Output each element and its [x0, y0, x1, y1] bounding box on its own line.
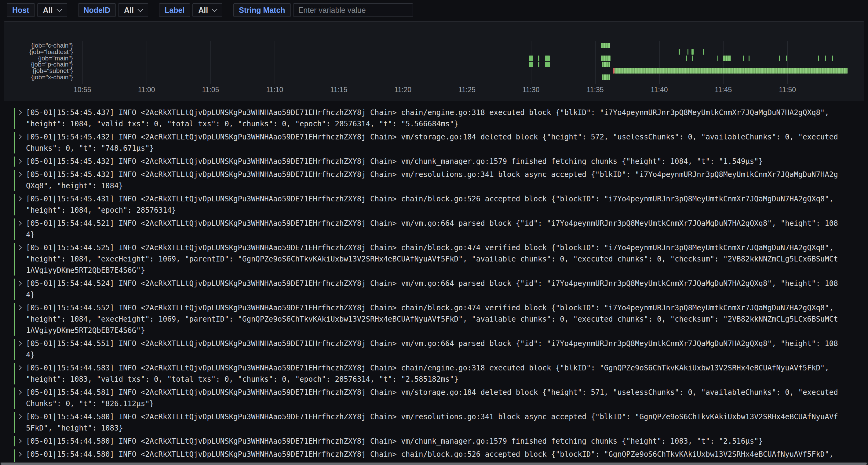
expand-chevron-icon[interactable] [17, 366, 22, 370]
volume-segment [723, 56, 731, 61]
expand-chevron-icon[interactable] [17, 281, 22, 286]
log-row[interactable]: [05-01|15:54:45.432] INFO <2AcRkXTLLtQjv… [14, 168, 859, 193]
log-message: [05-01|15:54:44.583] INFO <2AcRkXTLLtQjv… [26, 363, 839, 385]
x-gridline [275, 41, 275, 84]
expand-chevron-icon[interactable] [17, 414, 22, 419]
x-tick-label: 11:25 [459, 86, 475, 94]
volume-segment [818, 56, 819, 61]
variable-host: Host All [7, 3, 67, 17]
log-row[interactable]: [05-01|15:54:44.552] INFO <2AcRkXTLLtQjv… [14, 301, 859, 337]
log-list: [05-01|15:54:45.437] INFO <2AcRkXTLLtQjv… [0, 101, 868, 465]
chevron-down-icon [212, 6, 217, 12]
expand-chevron-icon[interactable] [17, 341, 22, 346]
variable-nodeid-label[interactable]: NodeID [78, 3, 116, 17]
log-row[interactable]: [05-01|15:54:45.432] INFO <2AcRkXTLLtQjv… [14, 155, 859, 168]
log-row[interactable]: [05-01|15:54:45.432] INFO <2AcRkXTLLtQjv… [14, 131, 859, 155]
variable-nodeid-select[interactable]: All [118, 3, 148, 17]
volume-segment [749, 56, 749, 61]
x-tick-label: 11:15 [330, 86, 347, 94]
scrollbar-thumb[interactable] [1, 463, 867, 465]
volume-segment [692, 56, 693, 61]
log-level-indicator [14, 388, 15, 409]
expand-chevron-icon[interactable] [17, 135, 22, 139]
x-tick-label: 11:05 [202, 86, 219, 94]
volume-segment [538, 56, 539, 61]
log-message: [05-01|15:54:44.580] INFO <2AcRkXTLLtQjv… [26, 411, 839, 434]
x-tick-label: 11:00 [138, 86, 155, 94]
expand-chevron-icon[interactable] [17, 245, 22, 250]
log-level-indicator [14, 436, 15, 446]
volume-segment [545, 62, 550, 67]
variable-label-value: All [198, 6, 208, 14]
log-message: [05-01|15:54:44.524] INFO <2AcRkXTLLtQjv… [26, 278, 839, 301]
variable-label-label[interactable]: Label [159, 3, 190, 17]
volume-segment [703, 49, 704, 55]
variable-label-select[interactable]: All [192, 3, 222, 17]
variable-host-label[interactable]: Host [7, 3, 35, 17]
expand-chevron-icon[interactable] [17, 452, 22, 457]
x-gridline [467, 41, 467, 84]
series-label: {job="x-chain"} [4, 73, 73, 81]
horizontal-scrollbar[interactable] [0, 462, 868, 465]
volume-segment [602, 62, 610, 67]
expand-chevron-icon[interactable] [17, 439, 22, 444]
log-message: [05-01|15:54:45.432] INFO <2AcRkXTLLtQjv… [26, 156, 839, 167]
x-tick-label: 11:40 [651, 86, 668, 94]
expand-chevron-icon[interactable] [17, 390, 22, 395]
log-message: [05-01|15:54:44.552] INFO <2AcRkXTLLtQjv… [26, 302, 839, 336]
expand-chevron-icon[interactable] [17, 305, 22, 310]
string-match-input[interactable] [293, 3, 413, 17]
log-message: [05-01|15:54:45.432] INFO <2AcRkXTLLtQjv… [26, 169, 839, 192]
volume-segment [687, 49, 688, 55]
expand-chevron-icon[interactable] [17, 197, 22, 201]
log-row[interactable]: [05-01|15:54:44.580] INFO <2AcRkXTLLtQjv… [14, 410, 859, 435]
log-row[interactable]: [05-01|15:54:44.581] INFO <2AcRkXTLLtQjv… [14, 386, 859, 410]
log-message: [05-01|15:54:44.580] INFO <2AcRkXTLLtQjv… [26, 436, 839, 447]
volume-segment [529, 62, 533, 67]
chart-plot[interactable]: 10:5511:0011:0511:1011:1511:2011:2511:30… [4, 22, 864, 101]
log-row[interactable]: [05-01|15:54:44.525] INFO <2AcRkXTLLtQjv… [14, 241, 859, 277]
log-message: [05-01|15:54:44.525] INFO <2AcRkXTLLtQjv… [26, 242, 839, 276]
log-row[interactable]: [05-01|15:54:45.437] INFO <2AcRkXTLLtQjv… [14, 106, 859, 131]
volume-segment [613, 68, 614, 73]
log-level-indicator [14, 363, 15, 385]
chevron-down-icon [57, 6, 62, 12]
expand-chevron-icon[interactable] [17, 159, 22, 164]
x-tick-label: 11:10 [266, 86, 283, 94]
log-row[interactable]: [05-01|15:54:44.524] INFO <2AcRkXTLLtQjv… [14, 277, 859, 301]
x-tick-label: 11:50 [779, 86, 796, 94]
expand-chevron-icon[interactable] [17, 172, 22, 177]
log-level-indicator [14, 170, 15, 191]
log-level-indicator [14, 412, 15, 433]
expand-chevron-icon[interactable] [17, 221, 22, 226]
log-level-indicator [14, 278, 15, 300]
volume-segment [832, 56, 833, 61]
log-level-indicator [14, 219, 15, 240]
x-gridline [723, 41, 723, 84]
log-row[interactable]: [05-01|15:54:44.521] INFO <2AcRkXTLLtQjv… [14, 217, 859, 241]
log-row[interactable]: [05-01|15:54:44.580] INFO <2AcRkXTLLtQjv… [14, 435, 859, 448]
log-row[interactable]: [05-01|15:54:44.551] INFO <2AcRkXTLLtQjv… [14, 337, 859, 362]
x-gridline [787, 41, 788, 84]
variable-label: Label All [159, 3, 222, 17]
expand-chevron-icon[interactable] [17, 110, 22, 115]
log-row[interactable]: [05-01|15:54:44.583] INFO <2AcRkXTLLtQjv… [14, 362, 859, 386]
volume-segment [743, 56, 744, 61]
log-message: [05-01|15:54:44.551] INFO <2AcRkXTLLtQjv… [26, 338, 839, 361]
log-message: [05-01|15:54:45.437] INFO <2AcRkXTLLtQjv… [26, 107, 839, 130]
chevron-down-icon [137, 6, 143, 12]
string-match-label[interactable]: String Match [233, 3, 290, 17]
x-tick-label: 11:35 [587, 86, 604, 94]
volume-segment [601, 43, 610, 48]
log-row[interactable]: [05-01|15:54:45.431] INFO <2AcRkXTLLtQjv… [14, 193, 859, 217]
variable-string-match: String Match [233, 3, 413, 17]
volume-segment [545, 56, 550, 61]
log-level-indicator [14, 243, 15, 275]
x-tick-label: 11:30 [523, 86, 540, 94]
x-tick-label: 11:45 [715, 86, 732, 94]
variable-host-select[interactable]: All [37, 3, 67, 17]
volume-segment [686, 56, 687, 61]
x-tick-label: 11:20 [394, 86, 411, 94]
log-level-indicator [14, 303, 15, 336]
log-message: [05-01|15:54:44.521] INFO <2AcRkXTLLtQjv… [26, 218, 839, 240]
